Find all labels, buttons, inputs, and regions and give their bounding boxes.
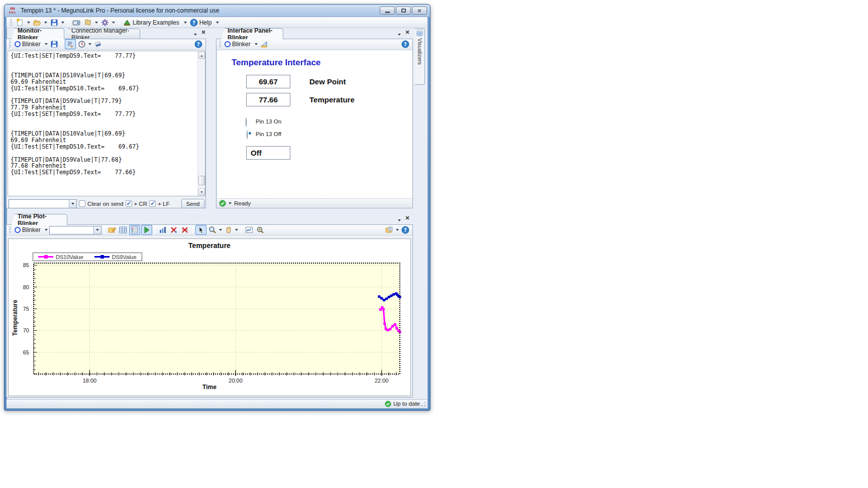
pause-log-button[interactable] [65, 39, 76, 49]
save-plot-caret[interactable] [396, 229, 399, 232]
tab-interface-panel-blinker[interactable]: Interface Panel-Blinker [221, 28, 283, 39]
monitor-log-area[interactable]: {UI:Test|SET|TempDS9.Text= 77.77} {TIMEP… [8, 51, 205, 196]
run-icon [143, 226, 151, 234]
pan-caret[interactable] [235, 229, 238, 232]
interface-close-icon[interactable]: ✕ [404, 29, 411, 36]
ready-icon [219, 200, 226, 207]
help-button[interactable]: ? Help [189, 18, 214, 28]
timestamp-caret[interactable] [88, 43, 91, 47]
new-project-caret[interactable] [27, 22, 30, 25]
send-button[interactable]: Send [181, 199, 204, 208]
settings-gear-icon [101, 19, 109, 27]
screenshot-button[interactable] [71, 18, 81, 28]
bar-chart-button[interactable] [158, 225, 168, 235]
interface-panel: Blinker ? Temperature Interface 69.67 De… [216, 39, 413, 208]
save-button[interactable] [49, 18, 59, 28]
scroll-up-icon[interactable]: ▲ [198, 52, 205, 59]
export-image-button[interactable] [244, 225, 254, 235]
tab-time-plot-blinker[interactable]: Time Plot-Blinker [11, 214, 67, 225]
timeplot-toolbar: Blinker [7, 225, 412, 235]
clear-series-button[interactable] [169, 225, 179, 235]
channel-combobox-caret[interactable] [93, 226, 101, 234]
timeplot-close-icon[interactable]: ✕ [404, 215, 411, 222]
lf-checkbox[interactable] [149, 200, 156, 207]
interface-source-button[interactable]: Blinker [224, 39, 253, 49]
status-caret[interactable] [229, 202, 232, 206]
settings-caret[interactable] [112, 22, 115, 25]
library-examples-button[interactable]: Library Examples [122, 18, 182, 28]
timeplot-source-label: Blinker [21, 226, 42, 233]
plot-properties-button[interactable] [107, 225, 117, 235]
scroll-down-icon[interactable]: ▼ [198, 188, 205, 195]
zoom-caret[interactable] [219, 229, 222, 232]
time-plot-chart[interactable]: Temperature 18:0020:0022:008580757065 DS… [8, 238, 411, 396]
script-caret[interactable] [95, 22, 98, 25]
interface-help-button[interactable]: ? [400, 39, 410, 49]
clear-all-button[interactable] [180, 225, 190, 235]
open-button[interactable] [32, 18, 42, 28]
cursor-button[interactable] [195, 225, 206, 235]
maximize-button[interactable] [396, 7, 411, 15]
pin13-off-label: Pin 13 Off [256, 131, 281, 137]
visualizers-tab[interactable]: Visualizers [415, 29, 425, 85]
send-input-caret[interactable] [69, 200, 76, 208]
title-bar[interactable]: ∞PRO Temppin 13 * - MegunoLink Pro - Per… [5, 5, 430, 17]
plot-canvas[interactable]: 18:0020:0022:008580757065 [9, 239, 410, 396]
pin13-on-radio[interactable] [246, 117, 247, 127]
svg-text:70: 70 [23, 327, 29, 333]
resize-grip[interactable] [421, 402, 426, 407]
timeplot-tab-list-caret[interactable] [398, 219, 401, 223]
help-caret[interactable] [216, 22, 219, 25]
channel-combobox[interactable] [49, 226, 101, 234]
timestamp-button[interactable] [77, 39, 87, 49]
clear-on-send-checkbox[interactable] [79, 200, 85, 207]
toolbar-separator [68, 19, 68, 27]
pin-state-field[interactable]: Off [246, 146, 290, 160]
monitor-source-caret[interactable] [45, 43, 48, 47]
timeplot-source-button[interactable]: Blinker [14, 225, 43, 235]
run-button[interactable] [141, 225, 152, 235]
clear-on-send-label: Clear on send [87, 201, 124, 207]
script-icon [84, 19, 92, 27]
design-mode-button[interactable] [259, 39, 269, 49]
interface-toolbar: Blinker ? [216, 39, 412, 50]
monitor-source-button[interactable]: Blinker [14, 39, 43, 49]
scrollbar-thumb[interactable] [198, 176, 205, 185]
chart-legend: DS10Value DS9Value [33, 253, 142, 261]
script-button[interactable] [83, 18, 93, 28]
tab-monitor-blinker[interactable]: Monitor-Blinker [11, 28, 64, 39]
tab-connection-manager-blinker[interactable]: Connection Manager-Blinker [65, 29, 140, 39]
monitor-scrollbar[interactable]: ▲ ▼ [197, 51, 205, 196]
monitor-help-button[interactable]: ? [193, 39, 203, 49]
interface-source-caret[interactable] [255, 43, 258, 47]
pin13-off-radio[interactable] [247, 130, 248, 140]
clear-monitor-button[interactable] [93, 39, 103, 49]
x-axis-label: Time [9, 384, 410, 391]
svg-text:?: ? [404, 42, 407, 47]
send-input[interactable] [9, 199, 77, 208]
save-log-button[interactable] [49, 39, 59, 49]
monitor-tab-list-caret[interactable] [194, 34, 197, 37]
open-caret[interactable] [44, 22, 47, 25]
save-caret[interactable] [61, 22, 64, 25]
zoom-button[interactable] [207, 225, 218, 235]
display-options-button[interactable] [129, 225, 140, 235]
save-plot-button[interactable] [384, 225, 394, 235]
library-examples-caret[interactable] [184, 22, 187, 25]
dew-point-field[interactable]: 69.67 [246, 75, 290, 88]
close-button[interactable]: ✕ [412, 7, 427, 15]
monitor-close-icon[interactable]: ✕ [200, 29, 207, 36]
close-icon: ✕ [417, 8, 421, 14]
interface-tab-list-caret[interactable] [398, 34, 401, 37]
minimize-button[interactable] [380, 7, 395, 15]
timeplot-help-button[interactable]: ? [400, 225, 410, 235]
zoom-extents-button[interactable] [255, 225, 265, 235]
pan-button[interactable] [224, 225, 234, 235]
data-table-button[interactable] [118, 225, 128, 235]
cr-checkbox[interactable] [126, 200, 132, 207]
temperature-field[interactable]: 77.66 [246, 93, 290, 106]
settings-button[interactable] [100, 18, 110, 28]
toolbar-separator [192, 226, 193, 234]
new-project-button[interactable] [15, 18, 25, 28]
timeplot-source-caret[interactable] [45, 229, 48, 232]
